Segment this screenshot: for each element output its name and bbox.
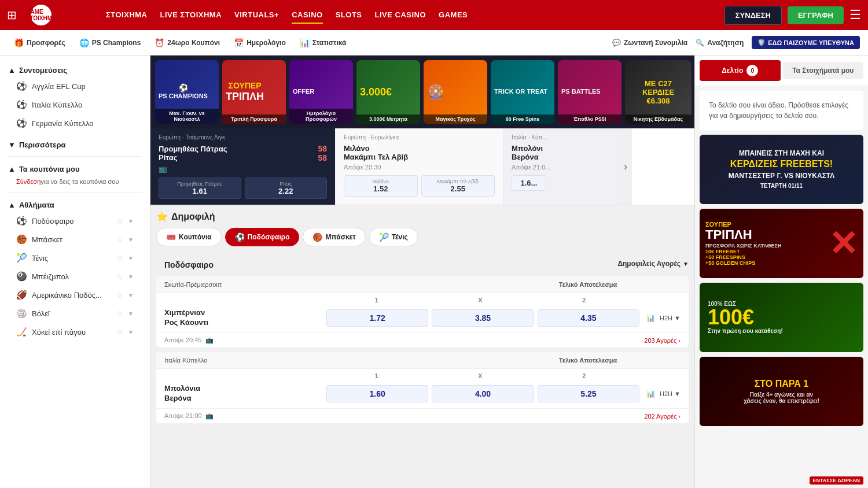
sidebar-item-hockey[interactable]: 🏒 Χόκεϊ επί πάγου ☆ ▼ <box>8 323 142 341</box>
favorite-icon-amfootball[interactable]: ☆ <box>116 291 123 300</box>
live-team2-1: Ρίτας <box>159 153 227 162</box>
subnav-calendar[interactable]: 📅 Ημερολόγιο <box>228 35 292 51</box>
odd-1-draw[interactable]: 3.85 <box>432 309 534 327</box>
gift-icon: 🎁 <box>14 38 24 47</box>
favorite-icon-volleyball[interactable]: ☆ <box>116 309 123 318</box>
odd-1-home[interactable]: 1.72 <box>326 309 428 327</box>
nav-live-casino[interactable]: LIVE CASINO <box>375 7 426 24</box>
responsible-gambling-button[interactable]: 🛡️ ΕΔΩ ΠΑΙΖΟΥΜΕ ΥΠΕΥΘΥΝΑ <box>752 36 860 49</box>
odd-2-away[interactable]: 5.25 <box>538 385 639 402</box>
coupon-login-link[interactable]: Σύνδεση <box>16 178 41 185</box>
h2h-btn-1[interactable]: H2H ▼ <box>660 315 681 321</box>
right-promo-1[interactable]: ΜΠΑΙΝΕΙΣ ΣΤΗ ΜΑΧΗ ΚΑΙΚΕΡΔΙΖΕΙΣ FREEBETS!… <box>700 135 863 204</box>
promo-card-8[interactable]: ΜΕ C27 ΚΕΡΔΙΣΕ€6.308 Νικητής Εβδομάδας <box>625 60 692 124</box>
promo-card-5[interactable]: 🎡 Μαγικός Τροχός <box>424 60 487 124</box>
promo-card-7[interactable]: PS BATTLES Έπαθλο PS5! <box>558 60 621 124</box>
nav-stoixhma[interactable]: ΣΤΟΙΧΗΜΑ <box>106 7 148 24</box>
nav-slots[interactable]: SLOTS <box>336 7 362 24</box>
live-odd-btn-2b[interactable]: Μακάμπι Τελ Αβίβ 2.55 <box>421 175 495 197</box>
favorite-icon-basketball[interactable]: ☆ <box>116 235 123 244</box>
live-next-btn[interactable]: › <box>619 128 632 205</box>
match-group-header-1: Σκωτία-Πρέμιερσοιπ Τελικό Αποτελεσμα <box>156 276 689 293</box>
basketball-tab-icon: 🏀 <box>312 232 322 242</box>
favorite-icon-hockey[interactable]: ☆ <box>116 328 123 337</box>
promo-card-3[interactable]: OFFER Ημερολόγιο Προσφορών <box>289 60 353 124</box>
bet-slip-tab[interactable]: Δελτίο 0 <box>700 60 781 81</box>
odds-group-1: 1.72 3.85 4.35 <box>326 309 639 327</box>
odd-2-home[interactable]: 1.60 <box>326 385 428 402</box>
live-match-card-2[interactable]: Ευρώπη - Ευρωλίγκα Μιλάνο Μακάμπι Τελ Αβ… <box>336 128 503 205</box>
right-promo-2[interactable]: ΣΟΥΠΕΡ ΤΡΙΠΛΗ ΠΡΟΣΦΟΡΑ ΧΩΡΙΣ ΚΑΤΑΘΕΣΗ 10… <box>700 209 863 278</box>
tab-coupons[interactable]: 🎟️ Κουπόνια <box>156 228 222 246</box>
shortcut-germany-cup[interactable]: ⚽ Γερμανία Κύπελλο <box>8 114 142 132</box>
promo-card-1[interactable]: ⚽ PS CHAMPIONS Μαν. Γιουν. vs Νιούκαστλ <box>155 60 219 124</box>
sidebar-item-basketball[interactable]: 🏀 Μπάσκετ ☆ ▼ <box>8 230 142 249</box>
favorite-icon-baseball[interactable]: ☆ <box>116 272 123 281</box>
live-odd-btn-3a[interactable]: 1.6... <box>512 175 546 191</box>
nav-virtuals[interactable]: VIRTUALS+ <box>234 7 279 24</box>
register-button[interactable]: ΕΓΓΡΑΦΗ <box>788 6 844 24</box>
sidebar-item-tennis[interactable]: 🎾 Τένις ☆ ▼ <box>8 249 142 267</box>
chevron-down-icon-soccer: ▼ <box>128 218 134 224</box>
favorite-icon-soccer[interactable]: ☆ <box>116 217 123 225</box>
match-time-1: Απόψε 20:45 📺 <box>164 337 214 344</box>
subnav-offers[interactable]: 🎁 Προσφορές <box>8 35 71 51</box>
search-button[interactable]: 🔍 Αναζήτηση <box>696 39 744 47</box>
promo-label-5: Μαγικός Τροχός <box>424 114 487 124</box>
sports-header[interactable]: ▲ Αθλήματα <box>8 198 142 212</box>
right-panel: Δελτίο 0 Τα Στοιχήματά μου Το δελτίο σου… <box>694 56 868 488</box>
live-odd-btn-1b[interactable]: Ρίτας 2.22 <box>245 178 328 199</box>
soccer-tab-icon: ⚽ <box>235 232 245 242</box>
tab-basketball[interactable]: 🏀 Μπάσκετ <box>303 228 365 246</box>
promo-title-7: PS BATTLES <box>561 88 601 95</box>
team1-name-2: Μπολόνια <box>164 384 315 393</box>
promo-card-6[interactable]: TRICK OR TREAT 60 Free Spins <box>491 60 554 124</box>
nav-games[interactable]: GAMES <box>439 7 468 24</box>
tab-soccer[interactable]: ⚽ Ποδόσφαιρο <box>225 228 300 246</box>
my-bets-tab[interactable]: Τα Στοιχήματά μου <box>783 62 864 79</box>
odd-1-away[interactable]: 4.35 <box>538 309 639 327</box>
shortcuts-header[interactable]: ▲ Συντομεύσεις <box>8 64 142 77</box>
live-chat-button[interactable]: 💬 Ζωντανή Συνομιλία <box>612 39 687 47</box>
promo-label-8: Νικητής Εβδομάδας <box>625 114 692 124</box>
live-odd-btn-2a[interactable]: Μιλάνο 1.52 <box>344 175 418 197</box>
sidebar-item-soccer[interactable]: ⚽ Ποδόσφαιρο ☆ ▼ <box>8 212 142 230</box>
odd-value-1a: 4.35 <box>540 313 637 323</box>
sidebar-item-volleyball[interactable]: 🏐 Βόλεϊ ☆ ▼ <box>8 304 142 323</box>
grid-icon[interactable]: ⊞ <box>7 8 17 22</box>
right-promo-3[interactable]: 100% ΕΩΣ 100€ Στην πρώτη σου κατάθεση! <box>700 283 863 352</box>
subnav-stats[interactable]: 📊 Στατιστικά <box>294 35 352 51</box>
live-odd-label-2b: Μακάμπι Τελ Αβίβ <box>425 179 492 184</box>
match-group-header-2: Ιταλία-Κύπελλο Τελικό Αποτελεσμα <box>156 352 689 369</box>
shortcut-england-cup[interactable]: ⚽ Αγγλία EFL Cup <box>8 77 142 95</box>
logo[interactable]: GAMESTOIXHMA <box>31 5 94 25</box>
promo-card-2[interactable]: ΣΟΥΠΕΡ ΤΡΙΠΛΗ Τριπλή Προσφορά <box>222 60 286 124</box>
sidebar-item-american-football[interactable]: 🏈 Αμερικάνικο Ποδός... ☆ ▼ <box>8 286 142 304</box>
favorite-icon-tennis[interactable]: ☆ <box>116 254 123 263</box>
live-match-card-3[interactable]: Ιταλία - Κύπ... Μπολόνι Βερόνα Απόψε 21:… <box>503 128 619 205</box>
odd-2-draw[interactable]: 4.00 <box>432 385 534 402</box>
hamburger-icon[interactable]: ☰ <box>849 8 861 23</box>
subnav-24h-coupon[interactable]: ⏰ 24ωρο Κουπόνι <box>149 35 226 51</box>
live-odd-label-1a: Προμηθέας Πάτρας <box>162 181 238 187</box>
nav-casino[interactable]: CASINO <box>292 7 323 24</box>
sidebar-item-baseball[interactable]: 🎱 Μπέιζμπολ ☆ ▼ <box>8 267 142 286</box>
view-more-1[interactable]: 203 Αγορές › <box>644 337 681 344</box>
h2h-btn-2[interactable]: H2H ▼ <box>660 390 681 397</box>
more-header[interactable]: ▼ Περισσότερα <box>8 138 142 151</box>
shortcut-italy-cup[interactable]: ⚽ Ιταλία Κύπελλο <box>8 95 142 114</box>
subnav-ps-champions[interactable]: 🌐 PS Champions <box>73 35 147 51</box>
popular-markets-filter[interactable]: Δημοφιλείς Αγορές ▼ <box>617 260 689 268</box>
live-match-card-1[interactable]: Ευρώπη - Τσάμπιονς Λιγκ Προμηθέας Πάτρας… <box>150 128 336 205</box>
live-team2-3: Βερόνα <box>512 153 610 161</box>
live-odd-btn-1a[interactable]: Προμηθέας Πάτρας 1.61 <box>159 178 241 199</box>
odd-header-1: 1 <box>326 297 426 304</box>
view-more-2[interactable]: 202 Αγορές › <box>644 413 681 420</box>
nav-live-stoixhma[interactable]: LIVE ΣΤΟΙΧΗΜΑ <box>160 7 222 24</box>
right-promo-4[interactable]: ΣΤΟ ΠΑΡΑ 1 Παίξε 4+ αγώνες και ανχάσεις … <box>700 357 863 426</box>
login-button[interactable]: ΣΥΝΔΕΣΗ <box>724 6 782 25</box>
promo-card-4[interactable]: 3.000€ 3.000€ Μετρητά <box>356 60 420 124</box>
tab-tennis[interactable]: 🎾 Τένις <box>369 228 418 246</box>
my-coupons-header[interactable]: ▲ Τα κουπόνια μου <box>8 162 142 176</box>
sub-navigation: 🎁 Προσφορές 🌐 PS Champions ⏰ 24ωρο Κουπό… <box>0 30 868 56</box>
